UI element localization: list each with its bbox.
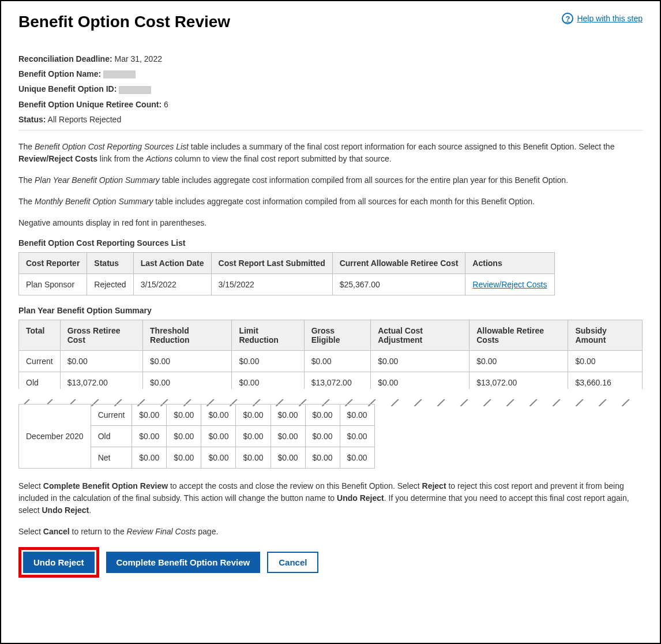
- help-icon: ?: [562, 13, 573, 24]
- col-status: Status: [87, 252, 133, 274]
- meta-retiree-count: Benefit Option Unique Retiree Count: 6: [18, 100, 643, 109]
- intro-para-4: Negative amounts display in red font in …: [18, 217, 643, 229]
- col-allowable: Allowable Retiree Costs: [470, 320, 568, 350]
- col-threshold: Threshold Reduction: [143, 320, 232, 350]
- meta-recon-deadline: Reconciliation Deadline: Mar 31, 2022: [18, 54, 643, 63]
- help-link[interactable]: ? Help with this step: [562, 13, 643, 24]
- footer-para-2: Select Cancel to return to the Review Fi…: [18, 526, 643, 538]
- col-cost-reporter: Cost Reporter: [19, 252, 87, 274]
- col-gross-retiree: Gross Retiree Cost: [60, 320, 142, 350]
- review-reject-link[interactable]: Review/Reject Costs: [472, 280, 547, 289]
- plan-year-title: Plan Year Benefit Option Summary: [18, 306, 643, 315]
- help-link-label: Help with this step: [577, 14, 643, 23]
- col-limit: Limit Reduction: [232, 320, 304, 350]
- meta-option-id: Unique Benefit Option ID:: [18, 84, 643, 93]
- intro-para-1: The Benefit Option Cost Reporting Source…: [18, 141, 643, 165]
- page-title: Benefit Option Cost Review: [18, 13, 230, 31]
- table-row: Current $0.00 $0.00 $0.00 $0.00 $0.00 $0…: [19, 350, 643, 372]
- table-row: Plan Sponsor Rejected 3/15/2022 3/15/202…: [19, 274, 555, 295]
- intro-para-3: The Monthly Benefit Option Summary table…: [18, 196, 643, 208]
- meta-option-name: Benefit Option Name:: [18, 69, 643, 78]
- footer-para-1: Select Complete Benefit Option Review to…: [18, 480, 643, 516]
- col-allowable-cost: Current Allowable Retiree Cost: [332, 252, 465, 274]
- monthly-table: December 2020 Current $0.00 $0.00 $0.00 …: [18, 404, 375, 469]
- meta-status: Status: All Reports Rejected: [18, 115, 643, 124]
- highlight-box: Undo Reject: [18, 547, 99, 578]
- plan-year-table: Total Gross Retiree Cost Threshold Reduc…: [18, 320, 643, 394]
- sources-title: Benefit Option Cost Reporting Sources Li…: [18, 238, 643, 248]
- col-last-action: Last Action Date: [133, 252, 211, 274]
- sources-table: Cost Reporter Status Last Action Date Co…: [18, 252, 555, 295]
- col-subsidy: Subsidy Amount: [568, 320, 643, 350]
- col-gross-eligible: Gross Eligible: [304, 320, 371, 350]
- col-actions: Actions: [465, 252, 554, 274]
- col-actual-adj: Actual Cost Adjustment: [371, 320, 470, 350]
- table-row: December 2020 Current $0.00 $0.00 $0.00 …: [19, 404, 375, 425]
- cancel-button[interactable]: Cancel: [267, 552, 318, 573]
- intro-para-2: The Plan Year Benefit Option Summary tab…: [18, 174, 643, 186]
- complete-review-button[interactable]: Complete Benefit Option Review: [106, 552, 261, 573]
- month-label: December 2020: [19, 404, 91, 468]
- undo-reject-button[interactable]: Undo Reject: [23, 552, 95, 573]
- divider: [18, 130, 643, 130]
- col-last-submitted: Cost Report Last Submitted: [211, 252, 332, 274]
- col-total: Total: [19, 320, 61, 350]
